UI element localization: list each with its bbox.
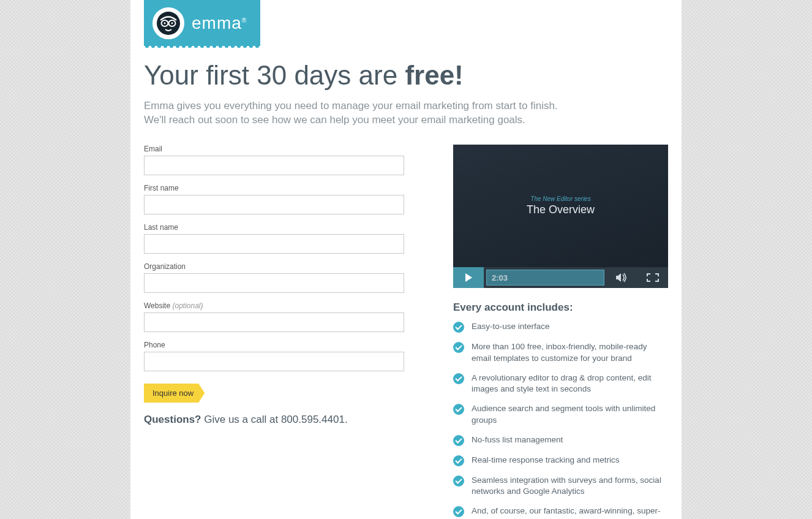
first-name-label: First name [144,184,404,192]
brand-logo[interactable]: emma® [144,0,260,46]
last-name-field[interactable] [144,234,404,254]
list-item: Audience search and segment tools with u… [453,403,668,425]
questions-text: Questions? Give us a call at 800.595.440… [144,414,404,426]
play-button[interactable] [453,267,484,288]
svg-point-4 [171,22,173,24]
video-controls: 2:03 [453,267,668,288]
feature-text: No-fuss list management [472,434,563,446]
feature-text: Audience search and segment tools with u… [472,403,668,425]
list-item: A revolutionary editor to drag & drop co… [453,373,668,395]
feature-text: Easy-to-use interface [472,321,550,333]
feature-text: A revolutionary editor to drag & drop co… [472,373,668,395]
video-title: The Overview [527,203,595,216]
organization-field[interactable] [144,273,404,293]
fullscreen-icon [647,273,659,282]
check-icon [453,475,464,487]
video-player[interactable]: The New Editor series The Overview [453,145,668,268]
svg-point-3 [164,22,166,24]
page-subhead: Emma gives you everything you need to ma… [144,99,668,127]
page-headline: Your first 30 days are free! [144,60,668,91]
feature-text: More than 100 free, inbox-friendly, mobi… [472,341,668,363]
volume-button[interactable] [607,267,637,288]
website-label: Website (optional) [144,301,404,310]
feature-text: Real-time response tracking and metrics [472,455,620,466]
brand-face-icon [152,7,184,39]
fullscreen-button[interactable] [637,267,668,288]
video-progress[interactable]: 2:03 [484,267,607,288]
inquire-now-button[interactable]: Inquire now [144,384,205,403]
volume-icon [616,273,628,282]
check-icon [453,342,464,353]
last-name-label: Last name [144,223,404,232]
signup-form: Email First name Last name Organization … [144,145,404,519]
list-item: Seamless integration with surveys and fo… [453,475,668,497]
list-item: Easy-to-use interface [453,321,668,333]
includes-heading: Every account includes: [453,301,668,314]
list-item: Real-time response tracking and metrics [453,455,668,466]
phone-label: Phone [144,341,404,349]
check-icon [453,322,464,333]
check-icon [453,404,464,415]
check-icon [453,373,464,384]
check-icon [453,455,464,466]
email-label: Email [144,145,404,153]
play-icon [465,273,472,282]
list-item: And, of course, our fantastic, award-win… [453,506,668,519]
check-icon [453,435,464,446]
list-item: No-fuss list management [453,434,668,446]
check-icon [453,506,464,517]
video-duration: 2:03 [492,273,508,282]
feature-text: Seamless integration with surveys and fo… [472,475,668,497]
email-field[interactable] [144,156,404,175]
phone-field[interactable] [144,352,404,371]
page-container: emma® Your first 30 days are free! Emma … [130,36,682,519]
first-name-field[interactable] [144,195,404,214]
feature-text: And, of course, our fantastic, award-win… [472,506,668,519]
brand-name: emma® [192,13,247,33]
list-item: More than 100 free, inbox-friendly, mobi… [453,341,668,363]
website-field[interactable] [144,313,404,332]
organization-label: Organization [144,262,404,271]
video-series: The New Editor series [530,195,590,202]
features-list: Easy-to-use interfaceMore than 100 free,… [453,321,668,519]
